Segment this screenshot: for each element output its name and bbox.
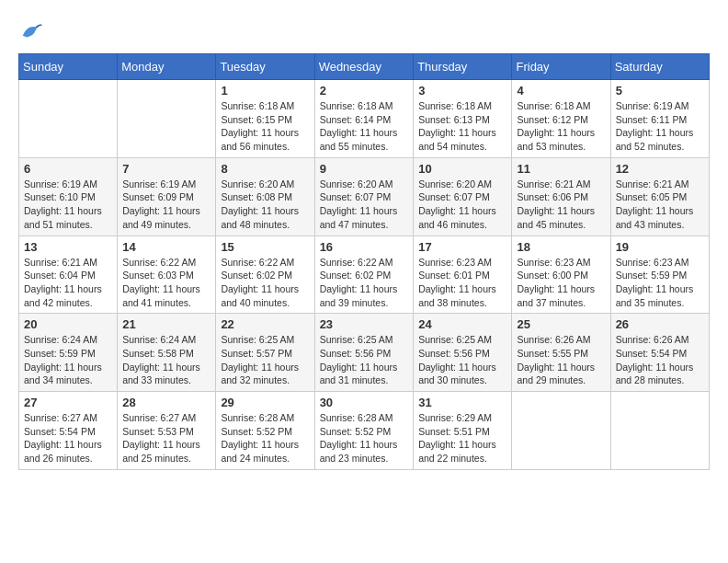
calendar-cell	[610, 392, 709, 470]
calendar-cell: 24Sunrise: 6:25 AM Sunset: 5:56 PM Dayli…	[414, 314, 512, 392]
calendar-cell: 12Sunrise: 6:21 AM Sunset: 6:05 PM Dayli…	[610, 157, 709, 236]
calendar-cell: 27Sunrise: 6:27 AM Sunset: 5:54 PM Dayli…	[19, 392, 118, 470]
calendar-cell: 30Sunrise: 6:28 AM Sunset: 5:52 PM Dayli…	[314, 392, 414, 470]
day-number: 10	[418, 162, 506, 176]
day-number: 25	[517, 317, 605, 331]
day-number: 17	[418, 240, 506, 254]
calendar-table: SundayMondayTuesdayWednesdayThursdayFrid…	[18, 53, 710, 470]
day-info: Sunrise: 6:18 AM Sunset: 6:12 PM Dayligh…	[517, 99, 605, 154]
day-info: Sunrise: 6:26 AM Sunset: 5:55 PM Dayligh…	[517, 333, 605, 387]
day-info: Sunrise: 6:22 AM Sunset: 6:03 PM Dayligh…	[122, 256, 210, 310]
calendar-cell: 20Sunrise: 6:24 AM Sunset: 5:59 PM Dayli…	[19, 314, 118, 392]
calendar-cell	[512, 392, 610, 470]
day-info: Sunrise: 6:26 AM Sunset: 5:54 PM Dayligh…	[616, 333, 704, 387]
day-number: 1	[221, 84, 309, 98]
day-info: Sunrise: 6:27 AM Sunset: 5:53 PM Dayligh…	[122, 411, 210, 465]
day-number: 24	[418, 317, 506, 331]
day-number: 27	[24, 396, 112, 409]
day-info: Sunrise: 6:20 AM Sunset: 6:07 PM Dayligh…	[320, 178, 409, 232]
day-info: Sunrise: 6:22 AM Sunset: 6:02 PM Dayligh…	[221, 256, 309, 310]
calendar-cell: 11Sunrise: 6:21 AM Sunset: 6:06 PM Dayli…	[512, 157, 610, 236]
day-number: 26	[616, 317, 704, 331]
day-header-thursday: Thursday	[414, 54, 512, 80]
day-header-wednesday: Wednesday	[314, 54, 414, 80]
day-info: Sunrise: 6:24 AM Sunset: 5:59 PM Dayligh…	[24, 333, 112, 387]
day-number: 30	[320, 396, 409, 409]
calendar-cell: 14Sunrise: 6:22 AM Sunset: 6:03 PM Dayli…	[118, 236, 216, 314]
day-info: Sunrise: 6:25 AM Sunset: 5:56 PM Dayligh…	[320, 333, 409, 387]
day-info: Sunrise: 6:23 AM Sunset: 6:01 PM Dayligh…	[418, 256, 506, 310]
calendar-cell: 2Sunrise: 6:18 AM Sunset: 6:14 PM Daylig…	[314, 80, 414, 158]
calendar-week-2: 6Sunrise: 6:19 AM Sunset: 6:10 PM Daylig…	[19, 157, 710, 236]
calendar-cell: 10Sunrise: 6:20 AM Sunset: 6:07 PM Dayli…	[414, 157, 512, 236]
calendar-cell: 28Sunrise: 6:27 AM Sunset: 5:53 PM Dayli…	[118, 392, 216, 470]
day-info: Sunrise: 6:27 AM Sunset: 5:54 PM Dayligh…	[24, 411, 112, 465]
calendar-cell: 15Sunrise: 6:22 AM Sunset: 6:02 PM Dayli…	[216, 236, 314, 314]
calendar-cell: 18Sunrise: 6:23 AM Sunset: 6:00 PM Dayli…	[512, 236, 610, 314]
day-info: Sunrise: 6:25 AM Sunset: 5:56 PM Dayligh…	[418, 333, 506, 387]
calendar-cell: 19Sunrise: 6:23 AM Sunset: 5:59 PM Dayli…	[610, 236, 709, 314]
calendar-cell	[118, 80, 216, 158]
day-number: 2	[320, 84, 409, 98]
day-number: 19	[616, 240, 704, 254]
day-info: Sunrise: 6:20 AM Sunset: 6:07 PM Dayligh…	[418, 178, 506, 232]
day-number: 16	[320, 240, 409, 254]
calendar-cell: 31Sunrise: 6:29 AM Sunset: 5:51 PM Dayli…	[414, 392, 512, 470]
day-header-friday: Friday	[512, 54, 610, 80]
calendar-cell: 4Sunrise: 6:18 AM Sunset: 6:12 PM Daylig…	[512, 80, 610, 158]
day-info: Sunrise: 6:19 AM Sunset: 6:11 PM Dayligh…	[616, 99, 704, 154]
day-number: 18	[517, 240, 605, 254]
calendar-cell: 1Sunrise: 6:18 AM Sunset: 6:15 PM Daylig…	[216, 80, 314, 158]
day-info: Sunrise: 6:20 AM Sunset: 6:08 PM Dayligh…	[221, 178, 309, 232]
day-number: 6	[24, 162, 112, 176]
calendar-week-4: 20Sunrise: 6:24 AM Sunset: 5:59 PM Dayli…	[19, 314, 710, 392]
calendar-cell: 8Sunrise: 6:20 AM Sunset: 6:08 PM Daylig…	[216, 157, 314, 236]
day-header-saturday: Saturday	[610, 54, 709, 80]
day-number: 9	[320, 162, 409, 176]
calendar-cell: 3Sunrise: 6:18 AM Sunset: 6:13 PM Daylig…	[414, 80, 512, 158]
calendar-cell: 21Sunrise: 6:24 AM Sunset: 5:58 PM Dayli…	[118, 314, 216, 392]
day-info: Sunrise: 6:18 AM Sunset: 6:15 PM Dayligh…	[221, 99, 309, 154]
calendar-cell: 23Sunrise: 6:25 AM Sunset: 5:56 PM Dayli…	[314, 314, 414, 392]
day-number: 8	[221, 162, 309, 176]
calendar-cell: 16Sunrise: 6:22 AM Sunset: 6:02 PM Dayli…	[314, 236, 414, 314]
day-info: Sunrise: 6:21 AM Sunset: 6:05 PM Dayligh…	[616, 178, 704, 232]
day-info: Sunrise: 6:19 AM Sunset: 6:10 PM Dayligh…	[24, 178, 112, 232]
day-info: Sunrise: 6:21 AM Sunset: 6:06 PM Dayligh…	[517, 178, 605, 232]
day-number: 21	[122, 317, 210, 331]
calendar-cell: 6Sunrise: 6:19 AM Sunset: 6:10 PM Daylig…	[19, 157, 118, 236]
day-info: Sunrise: 6:21 AM Sunset: 6:04 PM Dayligh…	[24, 256, 112, 310]
day-info: Sunrise: 6:28 AM Sunset: 5:52 PM Dayligh…	[320, 411, 409, 465]
day-info: Sunrise: 6:18 AM Sunset: 6:13 PM Dayligh…	[418, 99, 506, 154]
calendar-header-row: SundayMondayTuesdayWednesdayThursdayFrid…	[19, 54, 710, 80]
day-number: 12	[616, 162, 704, 176]
day-info: Sunrise: 6:28 AM Sunset: 5:52 PM Dayligh…	[221, 411, 309, 465]
day-number: 14	[122, 240, 210, 254]
day-info: Sunrise: 6:18 AM Sunset: 6:14 PM Dayligh…	[320, 99, 409, 154]
day-number: 23	[320, 317, 409, 331]
day-info: Sunrise: 6:19 AM Sunset: 6:09 PM Dayligh…	[122, 178, 210, 232]
logo	[18, 18, 48, 44]
calendar-cell: 5Sunrise: 6:19 AM Sunset: 6:11 PM Daylig…	[610, 80, 709, 158]
calendar-cell: 7Sunrise: 6:19 AM Sunset: 6:09 PM Daylig…	[118, 157, 216, 236]
calendar-cell: 22Sunrise: 6:25 AM Sunset: 5:57 PM Dayli…	[216, 314, 314, 392]
day-number: 20	[24, 317, 112, 331]
day-number: 15	[221, 240, 309, 254]
calendar-week-3: 13Sunrise: 6:21 AM Sunset: 6:04 PM Dayli…	[19, 236, 710, 314]
calendar-cell: 17Sunrise: 6:23 AM Sunset: 6:01 PM Dayli…	[414, 236, 512, 314]
day-info: Sunrise: 6:24 AM Sunset: 5:58 PM Dayligh…	[122, 333, 210, 387]
calendar-week-5: 27Sunrise: 6:27 AM Sunset: 5:54 PM Dayli…	[19, 392, 710, 470]
day-header-sunday: Sunday	[19, 54, 118, 80]
day-number: 7	[122, 162, 210, 176]
day-header-tuesday: Tuesday	[216, 54, 314, 80]
day-number: 5	[616, 84, 704, 98]
calendar-cell	[19, 80, 118, 158]
day-number: 4	[517, 84, 605, 98]
day-number: 11	[517, 162, 605, 176]
day-header-monday: Monday	[118, 54, 216, 80]
day-number: 28	[122, 396, 210, 409]
day-number: 13	[24, 240, 112, 254]
day-number: 31	[418, 396, 506, 409]
day-info: Sunrise: 6:23 AM Sunset: 6:00 PM Dayligh…	[517, 256, 605, 310]
page-header	[18, 18, 710, 44]
